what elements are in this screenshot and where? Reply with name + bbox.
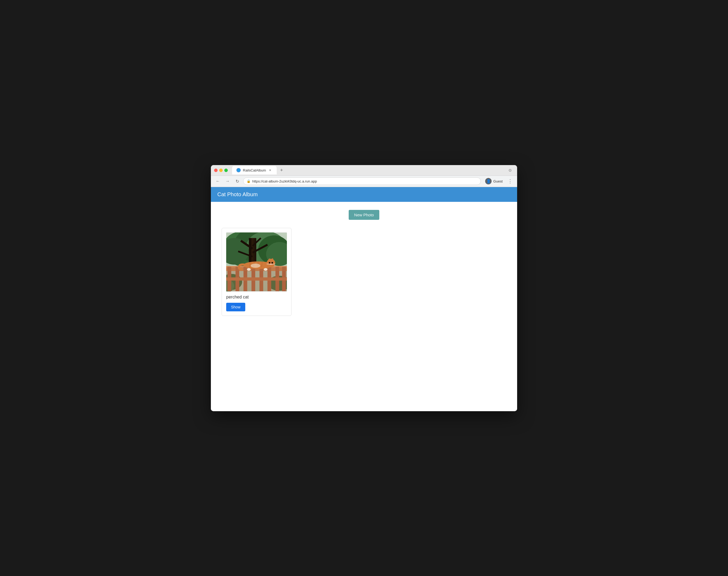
- profile-icon: 👤: [485, 178, 492, 184]
- url-bar[interactable]: 🔒 https://cat-album-2uzkt43tdq-uc.a.run.…: [243, 177, 481, 185]
- svg-point-38: [272, 262, 273, 264]
- close-button[interactable]: [214, 169, 218, 172]
- lock-icon: 🔒: [247, 179, 251, 183]
- app-title: Cat Photo Album: [217, 191, 258, 197]
- browser-window: 🌐 RailsCatAlbum ✕ + ⊙ ← → ↻ 🔒 https://ca…: [211, 165, 517, 411]
- profile-label: Guest: [493, 179, 503, 183]
- svg-point-37: [269, 262, 271, 264]
- show-button[interactable]: Show: [226, 303, 245, 311]
- title-bar: 🌐 RailsCatAlbum ✕ + ⊙: [211, 165, 517, 176]
- title-bar-right-icons: ⊙: [506, 166, 514, 174]
- tab-close-button[interactable]: ✕: [268, 168, 272, 172]
- new-photo-container: New Photo: [222, 210, 506, 220]
- svg-point-44: [247, 268, 251, 270]
- photo-caption: perched cat: [226, 295, 287, 299]
- photo-image: [226, 232, 287, 291]
- maximize-button[interactable]: [224, 169, 228, 172]
- tab-bar: 🌐 RailsCatAlbum ✕ +: [232, 166, 504, 174]
- chrome-settings-icon[interactable]: ⊙: [506, 166, 514, 174]
- photos-grid: perched cat Show: [222, 228, 506, 316]
- tab-title: RailsCatAlbum: [243, 168, 266, 172]
- reload-button[interactable]: ↻: [234, 177, 241, 185]
- photo-card: perched cat Show: [222, 228, 292, 316]
- svg-point-46: [251, 263, 260, 268]
- new-tab-button[interactable]: +: [278, 166, 285, 174]
- back-button[interactable]: ←: [214, 177, 222, 185]
- minimize-button[interactable]: [219, 169, 223, 172]
- address-bar-right: 👤 Guest ⋮: [483, 177, 514, 185]
- app-content: New Photo: [211, 202, 517, 411]
- chrome-menu-button[interactable]: ⋮: [506, 177, 514, 185]
- svg-point-34: [267, 259, 275, 267]
- active-tab[interactable]: 🌐 RailsCatAlbum ✕: [232, 166, 277, 174]
- svg-point-45: [264, 268, 268, 270]
- forward-button[interactable]: →: [224, 177, 231, 185]
- new-photo-button[interactable]: New Photo: [349, 210, 379, 220]
- address-bar: ← → ↻ 🔒 https://cat-album-2uzkt43tdq-uc.…: [211, 176, 517, 187]
- profile-button[interactable]: 👤 Guest: [483, 177, 505, 185]
- tab-favicon: 🌐: [236, 168, 241, 172]
- cat-photo-svg: [226, 232, 287, 291]
- svg-rect-28: [226, 271, 287, 291]
- window-controls: [214, 169, 228, 172]
- app-header: Cat Photo Album: [211, 187, 517, 202]
- url-text: https://cat-album-2uzkt43tdq-uc.a.run.ap…: [252, 179, 317, 183]
